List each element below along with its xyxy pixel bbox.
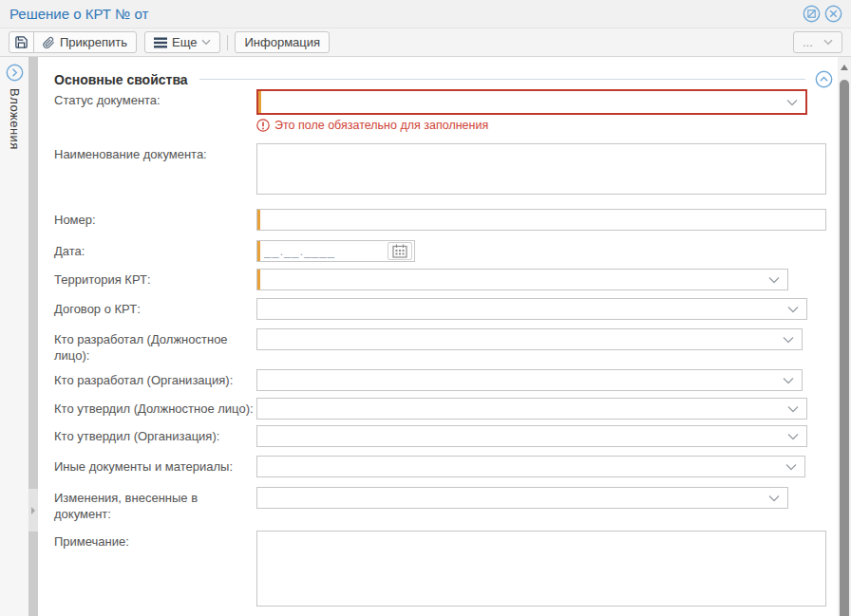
krt-territory-select[interactable] [256,269,788,290]
collapse-section-icon[interactable] [815,70,833,88]
field-label: Изменения, внесенные в документ: [54,487,256,522]
menu-icon [154,37,167,48]
field-row-approved-by-person: Кто утвердил (Должностное лицо): [54,398,838,420]
field-row-krt-contract: Договор о КРТ: [54,298,838,320]
chevron-down-icon [787,405,799,413]
other-docs-select[interactable] [256,456,805,477]
window-titlebar: Решение о КРТ № от [0,0,851,28]
field-row-changes: Изменения, внесенные в документ: [54,487,838,522]
scroll-up-arrow-icon[interactable] [841,65,848,70]
field-label: Договор о КРТ: [54,298,256,317]
chevron-down-icon [823,39,833,46]
more-button[interactable]: Еще [144,31,220,53]
field-row-note: Примечание: [54,531,838,607]
scrollbar-thumb[interactable] [840,80,849,616]
save-icon [14,35,28,49]
chevron-down-icon [783,336,794,344]
field-label: Кто утвердил (Организация): [54,425,256,444]
attach-button[interactable]: Прикрепить [33,31,137,53]
chevron-down-icon [768,276,780,284]
number-input[interactable] [261,210,793,230]
chevron-down-icon [768,495,780,502]
approved-by-person-select[interactable] [256,398,807,420]
field-label: Номер: [54,209,256,228]
section-rule [199,79,805,80]
field-label: Кто утвердил (Должностное лицо): [54,398,256,417]
calendar-button[interactable] [388,242,412,260]
field-row-approved-by-org: Кто утвердил (Организация): [54,425,838,447]
krt-contract-select[interactable] [256,298,807,320]
field-row-doc-name: Наименование документа: [54,143,838,195]
field-row-other-docs: Иные документы и материалы: [54,456,838,477]
date-input[interactable] [260,241,365,261]
field-row-number: Номер: [54,209,838,231]
paperclip-icon [43,36,55,49]
field-label: Примечание: [54,531,256,550]
attachments-tab-label[interactable]: Вложения [8,88,22,150]
chevron-down-icon [787,306,799,313]
date-input-wrap [256,240,415,262]
toolbar-separator [227,35,228,50]
more-label: Еще [172,35,197,49]
close-icon[interactable] [824,5,842,23]
number-input-wrap [256,209,826,231]
toolbar: Прикрепить Еще Информация ... [0,28,851,57]
chevron-down-icon [786,99,798,106]
vertical-scrollbar[interactable] [838,57,851,616]
chevron-down-icon [787,433,799,440]
field-error: Это поле обязательно для заполнения [256,119,807,132]
information-button[interactable]: Информация [235,31,330,53]
page-title: Решение о КРТ № от [9,6,803,22]
panel-splitter[interactable] [28,57,38,616]
changes-select[interactable] [256,487,788,509]
status-select[interactable] [256,89,807,115]
error-text: Это поле обязательно для заполнения [274,119,488,132]
field-label: Статус документа: [54,89,256,108]
note-textarea[interactable] [256,531,826,607]
field-label: Кто разработал (Организация): [54,369,256,388]
field-row-krt-territory: Территория КРТ: [54,269,838,290]
field-row-status: Статус документа: Это поле обязательно д… [54,89,838,132]
toolbar-overflow-button[interactable]: ... [793,31,842,53]
field-row-developed-by-person: Кто разработал (Должностное лицо): [54,328,838,364]
doc-name-textarea[interactable] [256,143,826,195]
splitter-arrow-icon [31,507,35,514]
chevron-down-icon [201,39,211,46]
field-row-date: Дата: [54,240,838,262]
information-label: Информация [244,35,320,49]
save-button[interactable] [9,31,34,53]
field-label: Дата: [54,240,256,259]
open-in-window-icon[interactable] [803,5,821,23]
error-icon [256,119,270,132]
developed-by-person-select[interactable] [256,328,803,350]
section-header: Основные свойства [54,57,838,89]
field-label: Наименование документа: [54,143,256,162]
chevron-down-icon [785,463,797,471]
expand-panel-icon[interactable] [6,64,24,82]
field-label: Иные документы и материалы: [54,456,256,475]
field-label: Территория КРТ: [54,269,256,288]
form-content: Основные свойства Статус документа: [38,57,838,616]
developed-by-org-select[interactable] [256,369,803,391]
attachments-panel: Вложения [0,57,28,616]
calendar-icon [392,244,407,258]
overflow-label: ... [803,35,813,49]
field-row-developed-by-org: Кто разработал (Организация): [54,369,838,391]
chevron-down-icon [783,377,794,384]
approved-by-org-select[interactable] [256,425,807,447]
section-title: Основные свойства [54,72,188,87]
field-label: Кто разработал (Должностное лицо): [54,328,256,364]
attach-label: Прикрепить [60,35,127,49]
splitter-collapse-handle[interactable] [28,489,38,532]
